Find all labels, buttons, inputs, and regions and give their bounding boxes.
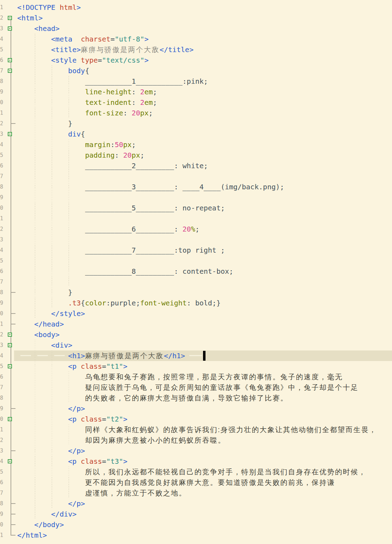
code-line[interactable]: 4<meta charset="utf-8">: [0, 34, 392, 44]
line-number: 29: [0, 298, 5, 308]
code-line[interactable]: 39</p>: [0, 403, 392, 414]
indent-guide: [35, 456, 35, 467]
line-number: 37: [0, 382, 5, 393]
code-line[interactable]: 30</style>: [0, 308, 392, 319]
code-line[interactable]: 44<p class="t3">: [0, 456, 392, 467]
code-line[interactable]: 45所以，我们永远都不能轻视自己的竞争对手，特别是当我们自身存在优势的时候，: [0, 467, 392, 477]
code-editor[interactable]: 1<!DOCTYPE html>2<html>3<head>4<meta cha…: [0, 0, 392, 544]
code-line[interactable]: 41同样《大象和红蚂蚁》的故事告诉我们:身强力壮的大象让其他动物们全都望而生畏，: [0, 424, 392, 435]
indent-guide: [52, 245, 52, 255]
line-number: 11: [0, 108, 5, 118]
indent-guide: [52, 139, 52, 150]
code-line[interactable]: 36乌龟想要和兔子赛跑，按照常理，那是天方夜谭的事情。兔子的速度，毫无: [0, 372, 392, 382]
code-line[interactable]: 40<p class="t2">: [0, 414, 392, 424]
line-number: 7: [0, 65, 5, 76]
code-text: <p class="t3">: [68, 456, 127, 467]
code-line[interactable]: 18___________3_________: ____4____(img/b…: [0, 182, 392, 192]
code-line[interactable]: 50</body>: [0, 519, 392, 530]
code-line[interactable]: 9line-height: 2em;: [0, 87, 392, 97]
line-number: 48: [0, 498, 5, 509]
code-line[interactable]: 17: [0, 171, 392, 182]
indent-guide: [52, 456, 52, 467]
code-line[interactable]: 1<!DOCTYPE html>: [0, 2, 392, 13]
code-line[interactable]: 25: [0, 255, 392, 266]
indent-guide: [35, 393, 35, 403]
token-d: [77, 362, 81, 371]
indent-guide: [52, 277, 52, 287]
code-line[interactable]: 2<html>: [0, 13, 392, 23]
code-text: padding: 20px;: [85, 150, 145, 160]
fold-collapse-button[interactable]: [8, 459, 12, 463]
code-line[interactable]: 43</p>: [0, 445, 392, 456]
line-number: 42: [0, 435, 5, 445]
fold-collapse-button[interactable]: [8, 58, 12, 62]
token-t: </p>: [68, 499, 85, 508]
code-line[interactable]: 5<title>麻痹与骄傲是两个大敌</title>: [0, 44, 392, 55]
code-line[interactable]: 3<head>: [0, 23, 392, 34]
token-r: type: [81, 56, 98, 64]
code-line[interactable]: 35<p class="t1">: [0, 361, 392, 372]
indent-guide: [35, 234, 35, 245]
code-line[interactable]: 13div{: [0, 129, 392, 139]
token-p: line-height: [85, 88, 132, 96]
code-line[interactable]: 16___________2_________: white;: [0, 160, 392, 171]
indent-guide: [69, 266, 69, 277]
code-line[interactable]: 34<h1>麻痹与骄傲是两个大敌</h1>: [0, 350, 392, 361]
fold-collapse-button[interactable]: [8, 364, 12, 368]
code-line[interactable]: 23: [0, 234, 392, 245]
line-number: 31: [0, 319, 5, 329]
code-line[interactable]: 33<div>: [0, 340, 392, 350]
line-number: 50: [0, 519, 5, 530]
indent-guide: [52, 350, 52, 361]
code-line[interactable]: 11font-size: 20px;: [0, 108, 392, 118]
code-line[interactable]: 37疑问应该胜于乌龟，可是众所周知的童话故事《龟兔赛跑》中，兔子却是个十足: [0, 382, 392, 393]
line-number: 10: [0, 97, 5, 108]
code-line[interactable]: 42却因为麻痹大意被小小的红蚂蚁所吞噬。: [0, 435, 392, 445]
fold-collapse-button[interactable]: [8, 26, 12, 31]
code-line[interactable]: 49</div>: [0, 509, 392, 519]
token-d: ;: [132, 140, 136, 149]
fold-collapse-button[interactable]: [8, 343, 12, 347]
code-line[interactable]: 28}: [0, 287, 392, 298]
code-line[interactable]: 10text-indent: 2em;: [0, 97, 392, 108]
token-t: <p: [68, 415, 76, 423]
code-line[interactable]: 24___________7_________:top right ;: [0, 245, 392, 255]
code-line[interactable]: 21: [0, 213, 392, 224]
line-number-text: 6: [0, 55, 3, 65]
code-line[interactable]: 38的失败者，它的麻痹大意与骄傲自满，导致它输掉了比赛。: [0, 393, 392, 403]
token-d: ;: [148, 109, 153, 117]
fold-collapse-button[interactable]: [8, 333, 12, 337]
code-line[interactable]: 46更不能因为自我感觉良好就麻痹大意。要知道骄傲是失败的前兆，保持谦: [0, 477, 392, 488]
code-line[interactable]: 15padding: 20px;: [0, 150, 392, 160]
code-line[interactable]: 22___________6_________: 20%;: [0, 224, 392, 234]
code-line[interactable]: 47虚谨慎，方能立于不败之地。: [0, 488, 392, 498]
code-line[interactable]: 31</head>: [0, 319, 392, 329]
line-number: 34: [0, 350, 5, 361]
code-line[interactable]: 51</html>: [0, 530, 392, 540]
code-line[interactable]: 32<body>: [0, 329, 392, 340]
indent-guide: [35, 266, 35, 277]
line-number-text: 25: [0, 255, 3, 266]
code-line[interactable]: 7body{: [0, 65, 392, 76]
code-line[interactable]: 6<style type="text/css">: [0, 55, 392, 65]
code-line[interactable]: 26___________8_________: content-box;: [0, 266, 392, 277]
fold-collapse-button[interactable]: [8, 132, 12, 136]
indent-guide: [35, 414, 35, 424]
indent-guide: [52, 203, 52, 213]
code-line[interactable]: 20___________5_________: no-repeat;: [0, 203, 392, 213]
line-number: 21: [0, 213, 5, 224]
fold-collapse-button[interactable]: [8, 69, 12, 73]
code-line[interactable]: 27: [0, 277, 392, 287]
token-p: font-weight: [140, 299, 186, 307]
code-line[interactable]: 8___________1___________:pink;: [0, 76, 392, 87]
fold-collapse-button[interactable]: [8, 417, 12, 421]
code-line[interactable]: 12}: [0, 118, 392, 129]
line-number: 33: [0, 340, 5, 350]
code-line[interactable]: 19: [0, 192, 392, 203]
code-line[interactable]: 48</p>: [0, 498, 392, 509]
token-d: ___________8_________: content-box;: [85, 267, 233, 276]
fold-collapse-button[interactable]: [8, 16, 12, 20]
code-line[interactable]: 14margin:50px;: [0, 139, 392, 150]
indent-guide: [52, 372, 52, 382]
code-line[interactable]: 29.t3{color:purple;font-weight: bold;}: [0, 298, 392, 308]
